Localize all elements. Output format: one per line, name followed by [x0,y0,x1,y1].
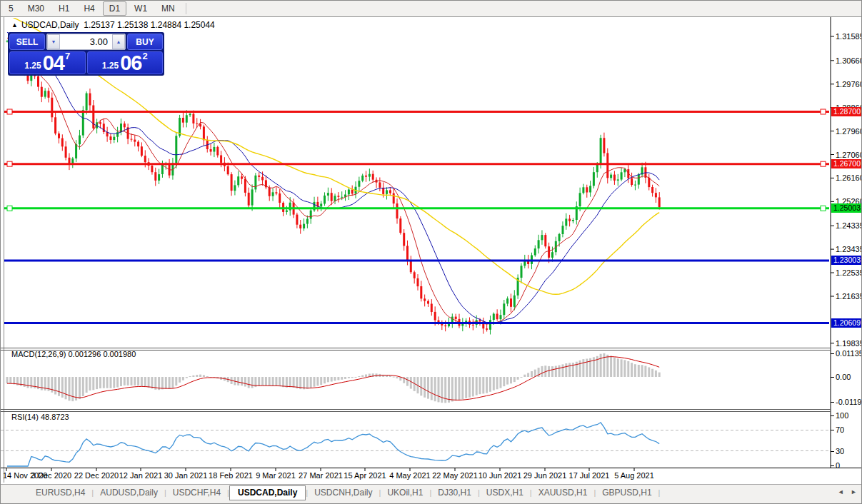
macd-pane [6,353,661,403]
hline-handle[interactable] [821,206,826,211]
candle-body [351,190,354,194]
moving-average-8[interactable] [7,38,659,324]
macd-histogram-bar [606,355,608,377]
chart-canvas[interactable] [1,1,862,504]
candle-body [621,172,623,179]
macd-histogram-bar [393,377,395,378]
collapse-arrow-icon[interactable]: ▲ [11,21,18,29]
candle-body [37,76,39,87]
one-click-trading-panel: SELL ▼ ▲ BUY 1.25047 1.25062 [8,32,164,76]
macd-histogram-bar [448,377,450,403]
macd-histogram-bar [69,377,71,400]
macd-histogram-bar [644,366,646,378]
candle-body [241,176,243,178]
candle-body [493,314,495,321]
timeframe-button-M30[interactable]: M30 [21,1,51,16]
macd-histogram-bar [451,377,453,402]
macd-histogram-bar [251,377,254,388]
macd-histogram-bar [465,377,467,398]
tab-xauusd-h1[interactable]: XAUUSD,H1 [532,485,594,500]
candle-body [141,146,143,156]
tab-gbpusd-h1[interactable]: GBPUSD,H1 [596,485,658,500]
macd-histogram-bar [365,375,367,378]
macd-histogram-bar [651,369,653,377]
hline-handle[interactable] [7,161,12,166]
macd-histogram-bar [171,377,174,388]
macd-histogram-bar [92,377,94,390]
tab-usdcad-daily[interactable]: USDCAD,Daily [229,485,306,500]
candle-body [606,153,608,178]
macd-histogram-bar [134,377,136,385]
level-axis-marker [831,257,835,263]
macd-histogram-bar [65,377,67,399]
hline-handle[interactable] [821,109,826,114]
tab-usdcnh-daily[interactable]: USDCNH,Daily [308,485,379,500]
tab-ukoil-h1[interactable]: UKOil,H1 [381,485,429,500]
volume-increase-button[interactable]: ▲ [112,34,125,49]
hline-handle[interactable] [7,109,12,114]
candle-body [568,218,571,221]
macd-histogram-bar [568,363,571,377]
candle-body [251,189,254,205]
volume-decrease-button[interactable]: ▼ [47,34,60,49]
macd-histogram-bar [648,368,650,378]
macd-histogram-bar [261,377,264,385]
candle-body [303,224,305,228]
candle-body [379,183,381,188]
macd-histogram-bar [424,377,426,398]
timeframe-button-MN[interactable]: MN [155,1,181,16]
macd-histogram-bar [527,373,529,378]
candle-body [472,325,474,326]
scroll-tabs-right-icon[interactable]: ► [851,488,857,495]
volume-input[interactable] [60,34,112,49]
macd-histogram-bar [258,377,260,386]
timeframe-button-5[interactable]: 5 [2,1,20,16]
tab-dj30-h1[interactable]: DJ30,H1 [431,485,478,500]
timeframe-button-D1[interactable]: D1 [103,1,126,16]
candle-body [61,138,64,147]
buy-button[interactable]: BUY [127,34,163,50]
macd-histogram-bar [441,377,443,403]
level-axis-marker [831,320,835,326]
moving-average-17[interactable] [7,32,659,323]
macd-histogram-bar [144,377,146,387]
candle-body [538,240,540,248]
candle-body [248,193,250,206]
candle-body [261,177,264,181]
hline-handle[interactable] [821,161,826,166]
tab-eurusd-h4[interactable]: EURUSD,H4 [29,485,91,500]
timeframe-button-H1[interactable]: H1 [52,1,76,16]
macd-histogram-bar [555,366,557,378]
tab-audusd-daily[interactable]: AUDUSD,Daily [94,485,164,500]
tab-usdchf-h4[interactable]: USDCHF,H4 [166,485,227,500]
candle-body [269,188,271,196]
macd-histogram-bar [531,371,533,377]
tab-scroll-arrows: ◄ ► [833,488,857,495]
macd-histogram-bar [58,377,60,396]
macd-histogram-bar [265,377,267,385]
sell-quote-box[interactable]: 1.25047 [9,51,86,74]
timeframe-button-W1[interactable]: W1 [128,1,154,16]
candle-body [216,147,219,156]
macd-histogram-bar [617,358,619,377]
candle-body [613,175,616,181]
timeframe-button-H4[interactable]: H4 [77,1,101,16]
buy-quote-box[interactable]: 1.25062 [87,51,164,74]
candle-body [196,124,198,124]
candle-body [199,124,201,126]
candle-body [131,139,133,140]
macd-histogram-bar [351,377,354,378]
candle-body [337,196,339,197]
macd-histogram-bar [196,375,198,377]
macd-histogram-bar [206,376,209,377]
candle-body [124,124,126,127]
candle-body [410,261,412,273]
sell-button[interactable]: SELL [9,34,45,50]
candle-body [186,115,188,122]
macd-histogram-bar [493,377,495,390]
candle-body [192,114,194,124]
tab-usdx-h1[interactable]: USDX,H1 [480,485,530,500]
candle-body [489,320,491,330]
hline-handle[interactable] [7,206,12,211]
scroll-tabs-left-icon[interactable]: ◄ [838,488,844,495]
